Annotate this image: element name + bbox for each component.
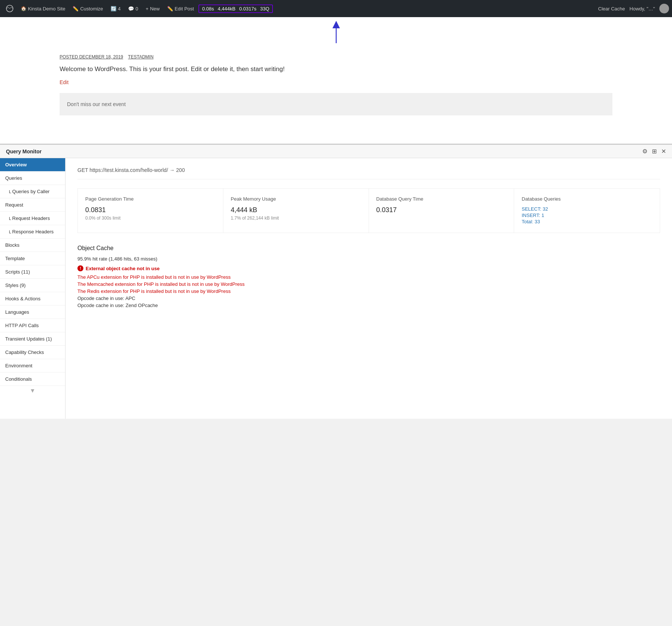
sidebar-item-request-headers[interactable]: Request Headers <box>0 212 65 225</box>
clear-cache-button[interactable]: Clear Cache <box>598 6 625 12</box>
posted-author-link[interactable]: TESTADMIN <box>128 54 153 60</box>
sidebar-item-scripts[interactable]: Scripts (11) <box>0 265 65 279</box>
sidebar-item-queries-by-caller[interactable]: Queries by Caller <box>0 185 65 198</box>
memcached-warning: The Memcached extension for PHP is insta… <box>77 281 660 287</box>
opcode-zend: Opcode cache in use: Zend OPcache <box>77 303 660 308</box>
grey-bar-text: Don't miss our next event <box>67 101 126 107</box>
wordpress-icon <box>6 5 13 12</box>
edit-link[interactable]: Edit <box>60 79 69 85</box>
arrow-annotation-area <box>0 17 672 47</box>
stat-page-gen-sub: 0.0% of 300s limit <box>85 215 216 221</box>
apcu-warning: The APCu extension for PHP is installed … <box>77 274 660 280</box>
object-cache-title: Object Cache <box>77 245 660 252</box>
stat-db-query-time-label: Database Query Time <box>376 196 507 202</box>
stat-page-gen-time: Page Generation Time 0.0831 0.0% of 300s… <box>78 189 223 233</box>
cache-hit-rate: 95.9% hit rate (1,486 hits, 63 misses) <box>77 256 660 262</box>
stat-page-gen-label: Page Generation Time <box>85 196 216 202</box>
customize-label: Customize <box>80 6 103 12</box>
warning-icon: ! <box>77 265 83 271</box>
sidebar-item-transient-updates[interactable]: Transient Updates (1) <box>0 332 65 346</box>
stat-db-queries: Database Queries SELECT: 32 INSERT: 1 To… <box>514 189 660 233</box>
post-meta: POSTED DECEMBER 18, 2019 TESTADMIN <box>60 54 612 60</box>
stat-db-query-time: Database Query Time 0.0317 <box>369 189 515 233</box>
page-content-area: POSTED DECEMBER 18, 2019 TESTADMIN Welco… <box>0 47 672 144</box>
warning-text: External object cache not in use <box>86 266 160 271</box>
admin-bar: 🏠 Kinsta Demo Site ✏️ Customize 🔄 4 💬 0 … <box>0 0 672 17</box>
avatar[interactable] <box>659 4 669 13</box>
qm-url-text: GET https://test.kinsta.com/hello-world/… <box>77 167 185 173</box>
qm-title: Query Monitor <box>6 148 42 154</box>
object-cache-section: Object Cache 95.9% hit rate (1,486 hits,… <box>77 245 660 308</box>
post-body-text: Welcome to WordPress. This is your first… <box>60 66 612 73</box>
stats-grid: Page Generation Time 0.0831 0.0% of 300s… <box>77 188 660 233</box>
grey-bar: Don't miss our next event <box>60 93 612 115</box>
customize-button[interactable]: ✏️ Customize <box>70 0 106 17</box>
perf-query-time: 0.0317s <box>239 6 256 12</box>
annotation-arrow <box>329 21 344 47</box>
edit-post-label: Edit Post <box>175 6 194 12</box>
comments-button[interactable]: 💬 0 <box>125 0 141 17</box>
stat-db-queries-total[interactable]: Total: 33 <box>522 219 652 224</box>
stat-peak-memory-label: Peak Memory Usage <box>231 196 361 202</box>
redis-warning: The Redis extension for PHP is installed… <box>77 288 660 294</box>
stat-db-queries-label: Database Queries <box>522 196 652 202</box>
stat-db-queries-insert[interactable]: INSERT: 1 <box>522 213 652 218</box>
new-button[interactable]: + New <box>143 0 163 17</box>
stat-peak-memory: Peak Memory Usage 4,444 kB 1.7% of 262,1… <box>223 189 369 233</box>
sidebar-item-request[interactable]: Request <box>0 198 65 212</box>
external-cache-warning: ! External object cache not in use <box>77 265 660 271</box>
sidebar-item-capability-checks[interactable]: Capability Checks <box>0 346 65 359</box>
perf-memory: 4,444kB <box>218 6 236 12</box>
sidebar-item-http-api-calls[interactable]: HTTP API Calls <box>0 319 65 332</box>
opcode-apc: Opcode cache in use: APC <box>77 296 660 301</box>
qm-close-icon[interactable]: ✕ <box>661 148 666 155</box>
sidebar-item-overview[interactable]: Overview <box>0 158 65 172</box>
perf-badge[interactable]: 0.08s 4,444kB 0.0317s 33Q <box>198 4 273 13</box>
stat-db-query-time-value: 0.0317 <box>376 206 507 214</box>
sidebar-item-template[interactable]: Template <box>0 252 65 265</box>
stat-peak-memory-sub: 1.7% of 262,144 kB limit <box>231 215 361 221</box>
perf-time: 0.08s <box>202 6 214 12</box>
revisions-button[interactable]: 🔄 4 <box>108 0 124 17</box>
posted-date-link[interactable]: POSTED DECEMBER 18, 2019 <box>60 54 123 60</box>
stat-db-queries-select[interactable]: SELECT: 32 <box>522 206 652 212</box>
qm-url-bar: GET https://test.kinsta.com/hello-world/… <box>77 167 660 179</box>
sidebar-scroll-indicator: ▼ <box>0 386 65 396</box>
comments-count: 0 <box>136 6 138 12</box>
qm-header-actions: ⚙ ⊞ ✕ <box>642 148 666 155</box>
sidebar-item-languages[interactable]: Languages <box>0 306 65 319</box>
sidebar-item-conditionals[interactable]: Conditionals <box>0 373 65 386</box>
site-name-button[interactable]: 🏠 Kinsta Demo Site <box>18 0 68 17</box>
admin-bar-right: Clear Cache Howdy, "…" <box>598 4 669 13</box>
qm-settings-icon[interactable]: ⚙ <box>642 148 647 155</box>
qm-sidebar: Overview Queries Queries by Caller Reque… <box>0 158 66 419</box>
sidebar-item-styles[interactable]: Styles (9) <box>0 279 65 292</box>
new-label: New <box>150 6 160 12</box>
revisions-count: 4 <box>118 6 121 12</box>
sidebar-item-environment[interactable]: Environment <box>0 359 65 373</box>
sidebar-item-response-headers[interactable]: Response Headers <box>0 225 65 239</box>
qm-header: Query Monitor ⚙ ⊞ ✕ <box>0 145 672 158</box>
sidebar-item-hooks-actions[interactable]: Hooks & Actions <box>0 292 65 306</box>
qm-expand-icon[interactable]: ⊞ <box>652 148 657 155</box>
wp-logo-button[interactable] <box>3 0 16 17</box>
howdy-label: Howdy, "…" <box>630 6 655 12</box>
qm-main-content: GET https://test.kinsta.com/hello-world/… <box>66 158 672 419</box>
qm-body: Overview Queries Queries by Caller Reque… <box>0 158 672 419</box>
query-monitor-panel: Query Monitor ⚙ ⊞ ✕ Overview Queries Que… <box>0 144 672 419</box>
stat-page-gen-value: 0.0831 <box>85 206 216 214</box>
stat-peak-memory-value: 4,444 kB <box>231 206 361 214</box>
sidebar-item-blocks[interactable]: Blocks <box>0 239 65 252</box>
site-name-label: Kinsta Demo Site <box>28 6 65 12</box>
perf-query-count: 33Q <box>260 6 270 12</box>
edit-post-button[interactable]: ✏️ Edit Post <box>164 0 197 17</box>
sidebar-item-queries[interactable]: Queries <box>0 172 65 185</box>
